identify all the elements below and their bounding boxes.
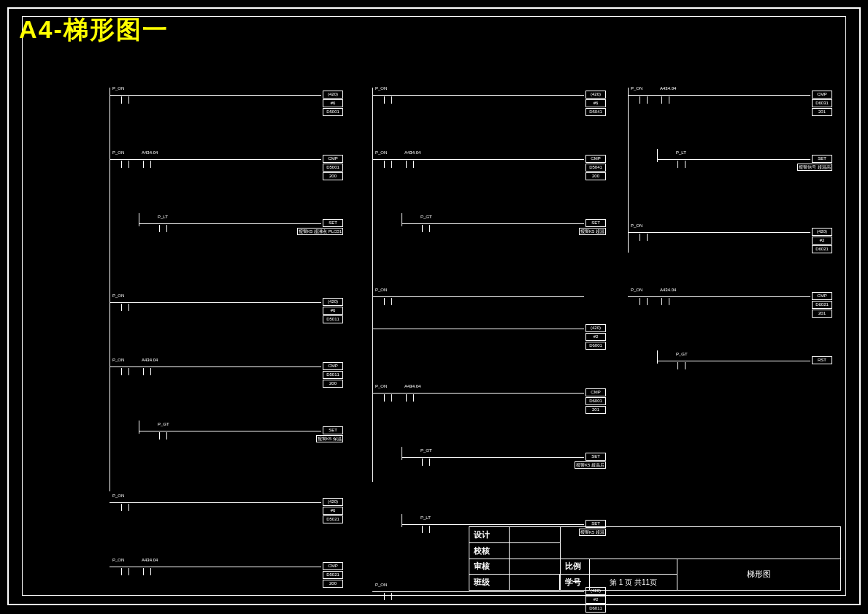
output-box: CMP [812, 91, 832, 99]
tb-design-value [510, 527, 561, 543]
contact-label: A434.04 [142, 558, 158, 562]
output-box: D5001 [323, 108, 343, 116]
output-box: 报警K5 超温 [579, 228, 606, 235]
output-box: CMP [585, 388, 606, 396]
tb-studentid-label: 学号 [561, 575, 590, 591]
output-box: SET [585, 219, 606, 227]
output-box: #2 [812, 237, 832, 245]
output-box: #6 [323, 307, 343, 315]
tb-design-label: 设计 [469, 527, 510, 543]
tb-ratio-value [590, 559, 677, 575]
ladder-column-3: P_ON A434.04CMPD6031201 P_LTSET报警信号 超温高P… [628, 88, 832, 253]
contact-icon [679, 155, 680, 160]
output-box: 报警信号 超温高 [797, 164, 832, 171]
ladder-rung: P_ON (420)#2D6021 [628, 225, 832, 254]
output-box: D6001 [585, 342, 606, 350]
contact-icon [663, 91, 664, 96]
ladder-rung: P_LTSET报警信号 超温高 [628, 152, 832, 185]
output-box: D5011 [323, 315, 343, 323]
contact-label: P_GT [420, 215, 432, 219]
output-box: 201 [585, 406, 606, 414]
tb-class-value [510, 575, 560, 590]
contact-icon [385, 587, 387, 592]
output-box: 200 [585, 172, 606, 180]
contact-icon [407, 155, 409, 160]
output-box: D6011 [585, 605, 606, 613]
tb-blank-top [561, 527, 841, 559]
output-box: (420) [585, 324, 606, 332]
output-box: 200 [323, 380, 343, 388]
output-box: D5041 [585, 164, 606, 172]
ladder-rung: P_ON (420)#6D5041 [372, 88, 606, 117]
ladder-diagram: P_ON (420)#6D5001P_ON A434.04CMPD5001200… [110, 88, 824, 519]
output-box: #6 [323, 507, 343, 515]
contact-label: A434.04 [660, 288, 676, 292]
ladder-rung: P_ON (420)#6D5021 [110, 495, 343, 524]
output-box: RST [812, 356, 832, 364]
output-box: CMP [585, 155, 606, 163]
output-box: SET [812, 155, 832, 163]
tb-check-label: 校核 [469, 542, 510, 559]
output-box: SET [323, 426, 343, 434]
output-box: CMP [323, 362, 343, 370]
output-box: D5001 [323, 164, 343, 172]
output-box: 201 [812, 310, 832, 318]
contact-icon [641, 228, 642, 233]
output-box: 报警K5 保温 [316, 435, 343, 442]
contact-label: A434.04 [142, 358, 158, 362]
output-box: D6031 [812, 99, 832, 107]
ladder-column-1: P_ON (420)#6D5001P_ON A434.04CMPD5001200… [110, 88, 343, 491]
contact-icon [679, 356, 680, 361]
ladder-rung: P_GTSET报警K5 超温后 [372, 450, 606, 480]
output-box: SET [585, 453, 606, 461]
output-box: 201 [812, 108, 832, 116]
contact-icon [641, 91, 642, 96]
ladder-column-2: P_ON (420)#6D5041P_ON A434.04CMPD5041200… [372, 88, 606, 482]
output-box: 报警K5 超沸点 PLC01 [297, 228, 343, 235]
contact-icon [123, 562, 124, 567]
output-box: D6021 [812, 301, 832, 309]
contact-label: A434.04 [660, 86, 676, 91]
output-box: #6 [585, 99, 606, 107]
contact-icon [161, 426, 162, 431]
output-box: CMP [323, 155, 343, 163]
tb-ratio-label: 比例 [561, 559, 590, 575]
contact-label: A434.04 [142, 150, 158, 155]
contact-icon [123, 498, 124, 503]
ladder-rung: P_ON A434.04CMPD6021201 [628, 289, 832, 318]
tb-page-info: 第 1 页 共11页 [590, 575, 677, 591]
page-title: A4-梯形图一 [19, 13, 169, 47]
tb-audit-label: 审核 [469, 559, 510, 575]
output-box: (420) [585, 91, 606, 99]
ladder-rung: P_ON A434.04CMPD5021200 [110, 559, 343, 588]
contact-label: P_GT [420, 448, 432, 453]
contact-icon [423, 520, 425, 525]
ladder-rung: P_ON (420)#6D5001 [110, 88, 343, 117]
ladder-rung: P_GTRST [628, 353, 832, 383]
output-box: D5041 [585, 108, 606, 116]
output-box: CMP [812, 292, 832, 300]
ladder-rung: P_ON A434.04CMPD6001201 [372, 385, 606, 415]
contact-icon [145, 562, 146, 567]
contact-icon [641, 292, 642, 297]
ladder-rung: (420)#2D6001 [372, 321, 606, 350]
contact-icon [663, 292, 664, 297]
output-box: D5011 [323, 371, 343, 379]
contact-icon [385, 155, 387, 160]
tb-class-label: 班级 [469, 575, 510, 591]
tb-drawing-name: 梯形图 [677, 559, 841, 591]
output-box: (420) [323, 91, 343, 99]
contact-icon [385, 292, 387, 297]
output-box: CMP [323, 562, 343, 570]
output-box: 报警K5 超温后 [575, 461, 606, 469]
ladder-rung: P_ON A434.04CMPD6031201 [628, 88, 832, 117]
output-box: 200 [323, 172, 343, 180]
contact-icon [123, 155, 124, 160]
ladder-rung: P_ON A434.04CMPD5041200 [372, 152, 606, 181]
contact-label: A434.04 [404, 384, 420, 388]
contact-icon [123, 298, 124, 303]
contact-label: A434.04 [404, 150, 420, 155]
output-box: D5021 [323, 515, 343, 523]
contact-icon [161, 219, 162, 224]
ladder-rung: P_ON [372, 289, 606, 302]
